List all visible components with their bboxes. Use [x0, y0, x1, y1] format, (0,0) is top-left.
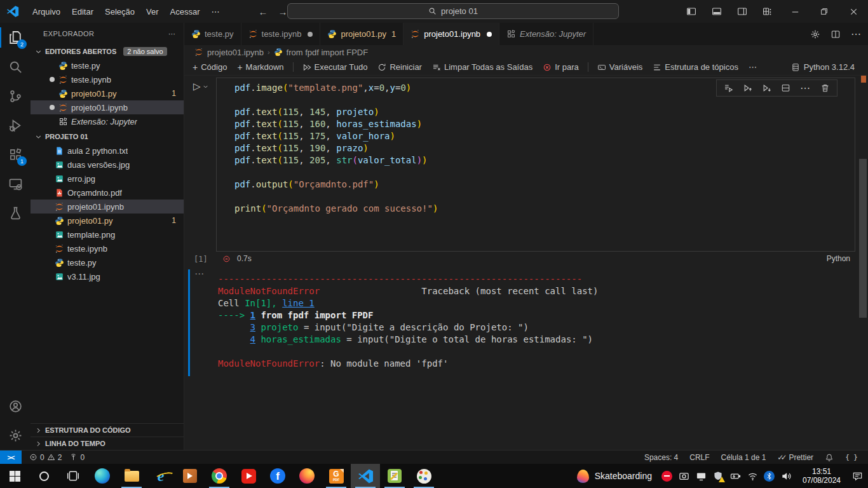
tab-teste-ipynb[interactable]: teste.ipynb	[241, 23, 321, 45]
toolbar-more-icon[interactable]: ⋯	[744, 61, 761, 73]
tab-teste-py[interactable]: teste.py	[184, 23, 241, 45]
taskbar-vscode[interactable]	[351, 464, 380, 488]
tab-projeto01-py[interactable]: projeto01.py1	[320, 23, 403, 45]
breadcrumb-symbol[interactable]: from fpdf import FPDF	[287, 48, 369, 57]
run-above-icon[interactable]	[743, 83, 752, 93]
taskbar-start[interactable]	[0, 464, 29, 488]
menu-editar[interactable]: Editar	[66, 4, 99, 19]
notifications-bell-icon[interactable]	[821, 453, 837, 462]
close-button[interactable]	[839, 0, 868, 23]
wifi-icon[interactable]	[747, 470, 758, 482]
taskbar-file-explorer[interactable]	[117, 464, 146, 488]
outline-button[interactable]: Estrutura de tópicos	[648, 61, 743, 73]
file-item-v3-11-jpg[interactable]: v3.11.jpg	[31, 269, 184, 283]
tray-news-label[interactable]: Skateboarding	[595, 471, 652, 481]
capture-tray-icon[interactable]	[678, 470, 689, 482]
run-all-button[interactable]: Executar Tudo	[298, 61, 372, 73]
output-more-icon[interactable]: ⋯	[194, 268, 205, 280]
ports-indicator[interactable]: 0	[65, 453, 88, 462]
file-item-teste-ipynb[interactable]: teste.ipynb	[31, 241, 184, 255]
file-item-projeto01-ipynb[interactable]: projeto01.ipynb	[31, 200, 184, 214]
cell-editor[interactable]: pdf.image("template.png",x=0,y=0) pdf.te…	[216, 78, 855, 252]
toggle-panel-icon[interactable]	[704, 0, 729, 23]
remote-explorer-icon[interactable]	[0, 169, 31, 198]
open-editor-item-teste-ipynb[interactable]: teste.ipynb	[31, 72, 184, 86]
file-item-projeto01-py[interactable]: projeto01.py1	[31, 214, 184, 227]
taskbar-facebook[interactable]: f	[263, 464, 292, 488]
taskbar-pdf-reader[interactable]: GPDF	[322, 464, 351, 488]
split-editor-icon[interactable]	[831, 29, 841, 39]
indentation-status[interactable]: Spaces: 4	[641, 453, 682, 462]
remote-indicator[interactable]: ><	[0, 451, 22, 464]
clear-outputs-button[interactable]: Limpar Todas as Saídas	[428, 61, 537, 73]
unsaved-dot-icon[interactable]	[308, 32, 313, 37]
sidebar-more-icon[interactable]: ⋯	[168, 30, 176, 38]
unsaved-dot-icon[interactable]	[487, 32, 492, 37]
run-debug-icon[interactable]	[0, 111, 31, 140]
extensions-icon[interactable]: 1	[0, 140, 31, 169]
taskbar-chrome[interactable]	[205, 464, 234, 488]
volume-icon[interactable]	[780, 470, 792, 482]
bluetooth-icon[interactable]	[764, 471, 775, 482]
source-control-icon[interactable]	[0, 81, 31, 111]
open-editor-item-projeto01-ipynb[interactable]: projeto01.ipynb	[31, 100, 184, 114]
execute-cells-icon[interactable]	[724, 83, 733, 93]
prettier-status[interactable]: ✓✓Prettier	[773, 453, 817, 462]
editor-scrollbar[interactable]	[859, 159, 867, 318]
command-center-search[interactable]: projeto 01	[287, 3, 619, 19]
open-editor-item-teste-py[interactable]: teste.py	[31, 58, 184, 72]
breadcrumb-file[interactable]: projeto01.ipynb	[207, 48, 264, 57]
open-editor-item-projeto01-py[interactable]: projeto01.py1	[31, 86, 184, 100]
tab-extens-o-jupyter[interactable]: Extensão: Jupyter	[499, 23, 593, 45]
minimize-button[interactable]	[780, 0, 810, 23]
delete-cell-icon[interactable]	[820, 83, 830, 93]
file-item-template-png[interactable]: template.png	[31, 227, 184, 241]
taskbar-firefox[interactable]	[292, 464, 322, 488]
search-view-icon[interactable]	[0, 52, 31, 81]
cell-more-icon[interactable]: ⋯	[800, 82, 811, 94]
battery-icon[interactable]	[729, 470, 741, 482]
menu-more[interactable]: ⋯	[206, 4, 226, 19]
open-editor-item-extens-o-jupyter[interactable]: Extensão: Jupyter	[31, 114, 184, 128]
file-item-or-amdnto-pdf[interactable]: Orçamdnto.pdf	[31, 186, 184, 200]
cell-position-status[interactable]: Célula 1 de 1	[717, 453, 770, 462]
toggle-secondary-sidebar-icon[interactable]	[729, 0, 755, 23]
add-code-cell-button[interactable]: +Código	[188, 61, 231, 74]
recording-tray-icon[interactable]	[661, 471, 672, 482]
tab-more-icon[interactable]: ⋯	[851, 28, 862, 40]
file-item-aula-2-python-txt[interactable]: aula 2 python.txt	[31, 144, 184, 158]
kernel-picker[interactable]: Python 3.12.4	[787, 61, 859, 73]
toggle-primary-sidebar-icon[interactable]	[679, 0, 704, 23]
menu-selecao[interactable]: Seleção	[99, 4, 140, 19]
explorer-icon[interactable]: 2	[0, 23, 31, 52]
file-item-teste-py[interactable]: teste.py	[31, 255, 184, 269]
taskbar-search[interactable]	[29, 464, 58, 488]
settings-gear-icon[interactable]	[0, 421, 31, 450]
taskbar-youtube[interactable]	[234, 464, 263, 488]
restore-button[interactable]	[810, 0, 839, 23]
taskbar-edge[interactable]	[88, 464, 117, 488]
outline-section-header[interactable]: ESTRUTURA DO CÓDIGO	[31, 423, 184, 437]
clock[interactable]: 13:51 07/08/2024	[797, 467, 846, 485]
security-shield-icon[interactable]	[712, 470, 724, 482]
variables-button[interactable]: Variáveis	[593, 61, 648, 73]
eol-status[interactable]: CRLF	[686, 453, 713, 462]
menu-ver[interactable]: Ver	[140, 4, 165, 19]
tab-projeto01-ipynb[interactable]: projeto01.ipynb	[403, 23, 499, 45]
taskbar-notepad-plus[interactable]	[380, 464, 409, 488]
menu-arquivo[interactable]: Arquivo	[27, 4, 66, 19]
torch-tray-icon[interactable]	[577, 470, 589, 483]
run-below-icon[interactable]	[762, 83, 771, 93]
customize-layout-icon[interactable]	[755, 0, 780, 23]
notification-center-icon[interactable]	[851, 470, 863, 482]
nav-back-icon[interactable]: ←	[259, 6, 268, 17]
open-editors-header[interactable]: EDITORES ABERTOS 2 não salvo	[31, 44, 184, 58]
menu-acessar[interactable]: Acessar	[165, 4, 206, 19]
timeline-section-header[interactable]: LINHA DO TEMPO	[31, 437, 184, 450]
taskbar-movies-tv[interactable]	[175, 464, 205, 488]
goto-button[interactable]: Ir para	[538, 61, 583, 73]
account-icon[interactable]	[0, 391, 31, 421]
taskbar-task-view[interactable]	[58, 464, 88, 488]
cell-code[interactable]: pdf.image("template.png",x=0,y=0) pdf.te…	[234, 82, 438, 251]
testing-icon[interactable]	[0, 198, 31, 227]
